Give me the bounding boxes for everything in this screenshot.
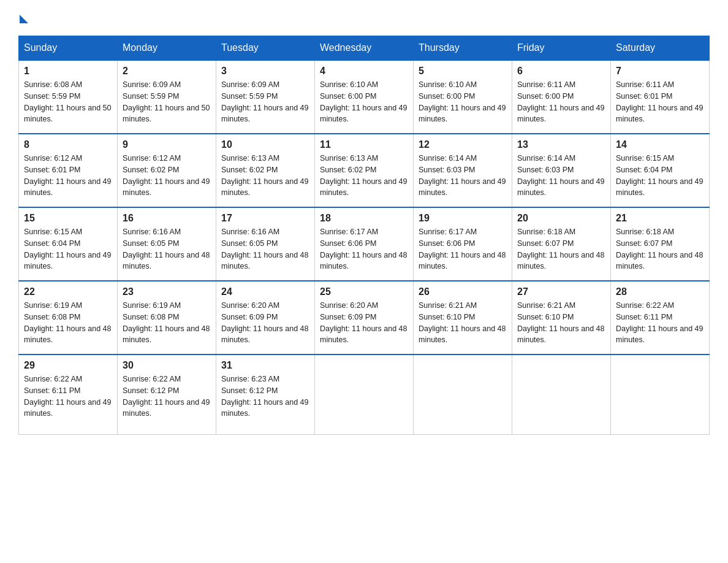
calendar-cell: 2 Sunrise: 6:09 AM Sunset: 5:59 PM Dayli… (118, 60, 216, 134)
day-number: 1 (24, 66, 112, 77)
weekday-header-monday: Monday (118, 36, 216, 61)
calendar-cell: 30 Sunrise: 6:22 AM Sunset: 6:12 PM Dayl… (118, 354, 216, 434)
day-info: Sunrise: 6:12 AM Sunset: 6:02 PM Dayligh… (123, 153, 211, 199)
day-number: 16 (123, 213, 211, 224)
calendar-cell: 23 Sunrise: 6:19 AM Sunset: 6:08 PM Dayl… (118, 281, 216, 354)
day-number: 20 (517, 213, 605, 224)
weekday-header-tuesday: Tuesday (216, 36, 315, 61)
day-number: 18 (320, 213, 408, 224)
calendar-cell: 18 Sunrise: 6:17 AM Sunset: 6:06 PM Dayl… (315, 207, 414, 281)
day-info: Sunrise: 6:21 AM Sunset: 6:10 PM Dayligh… (419, 300, 507, 346)
day-number: 8 (24, 139, 112, 150)
day-info: Sunrise: 6:15 AM Sunset: 6:04 PM Dayligh… (24, 226, 112, 272)
day-info: Sunrise: 6:12 AM Sunset: 6:01 PM Dayligh… (24, 153, 112, 199)
day-number: 29 (24, 360, 112, 371)
calendar-cell: 27 Sunrise: 6:21 AM Sunset: 6:10 PM Dayl… (512, 281, 611, 354)
calendar-cell: 3 Sunrise: 6:09 AM Sunset: 5:59 PM Dayli… (216, 60, 315, 134)
calendar-cell (611, 354, 710, 434)
day-info: Sunrise: 6:10 AM Sunset: 6:00 PM Dayligh… (320, 79, 408, 125)
day-info: Sunrise: 6:14 AM Sunset: 6:03 PM Dayligh… (517, 153, 605, 199)
day-number: 27 (517, 286, 605, 297)
logo (18, 12, 28, 23)
day-info: Sunrise: 6:22 AM Sunset: 6:11 PM Dayligh… (616, 300, 704, 346)
calendar-cell (512, 354, 611, 434)
calendar-cell: 1 Sunrise: 6:08 AM Sunset: 5:59 PM Dayli… (19, 60, 118, 134)
day-number: 11 (320, 139, 408, 150)
day-info: Sunrise: 6:13 AM Sunset: 6:02 PM Dayligh… (221, 153, 309, 199)
day-info: Sunrise: 6:19 AM Sunset: 6:08 PM Dayligh… (123, 300, 211, 346)
calendar-cell: 19 Sunrise: 6:17 AM Sunset: 6:06 PM Dayl… (414, 207, 512, 281)
calendar-cell (414, 354, 512, 434)
day-info: Sunrise: 6:11 AM Sunset: 6:01 PM Dayligh… (616, 79, 704, 125)
day-number: 22 (24, 286, 112, 297)
calendar-cell: 25 Sunrise: 6:20 AM Sunset: 6:09 PM Dayl… (315, 281, 414, 354)
day-info: Sunrise: 6:17 AM Sunset: 6:06 PM Dayligh… (419, 226, 507, 272)
weekday-header-wednesday: Wednesday (315, 36, 414, 61)
day-number: 25 (320, 286, 408, 297)
day-info: Sunrise: 6:21 AM Sunset: 6:10 PM Dayligh… (517, 300, 605, 346)
day-number: 24 (221, 286, 309, 297)
day-info: Sunrise: 6:09 AM Sunset: 5:59 PM Dayligh… (221, 79, 309, 125)
calendar-cell: 26 Sunrise: 6:21 AM Sunset: 6:10 PM Dayl… (414, 281, 512, 354)
day-info: Sunrise: 6:11 AM Sunset: 6:00 PM Dayligh… (517, 79, 605, 125)
day-number: 17 (221, 213, 309, 224)
day-number: 21 (616, 213, 704, 224)
calendar-cell: 9 Sunrise: 6:12 AM Sunset: 6:02 PM Dayli… (118, 134, 216, 207)
day-info: Sunrise: 6:20 AM Sunset: 6:09 PM Dayligh… (221, 300, 309, 346)
calendar-cell: 24 Sunrise: 6:20 AM Sunset: 6:09 PM Dayl… (216, 281, 315, 354)
calendar-cell: 12 Sunrise: 6:14 AM Sunset: 6:03 PM Dayl… (414, 134, 512, 207)
weekday-header-sunday: Sunday (19, 36, 118, 61)
calendar-cell: 10 Sunrise: 6:13 AM Sunset: 6:02 PM Dayl… (216, 134, 315, 207)
day-info: Sunrise: 6:17 AM Sunset: 6:06 PM Dayligh… (320, 226, 408, 272)
day-number: 12 (419, 139, 507, 150)
day-number: 23 (123, 286, 211, 297)
day-info: Sunrise: 6:18 AM Sunset: 6:07 PM Dayligh… (616, 226, 704, 272)
calendar-cell: 31 Sunrise: 6:23 AM Sunset: 6:12 PM Dayl… (216, 354, 315, 434)
day-number: 4 (320, 66, 408, 77)
day-info: Sunrise: 6:10 AM Sunset: 6:00 PM Dayligh… (419, 79, 507, 125)
day-number: 13 (517, 139, 605, 150)
weekday-header-friday: Friday (512, 36, 611, 61)
calendar-cell: 17 Sunrise: 6:16 AM Sunset: 6:05 PM Dayl… (216, 207, 315, 281)
logo-arrow-icon (20, 15, 28, 23)
day-number: 26 (419, 286, 507, 297)
day-number: 30 (123, 360, 211, 371)
calendar-cell: 29 Sunrise: 6:22 AM Sunset: 6:11 PM Dayl… (19, 354, 118, 434)
calendar-cell: 22 Sunrise: 6:19 AM Sunset: 6:08 PM Dayl… (19, 281, 118, 354)
day-info: Sunrise: 6:15 AM Sunset: 6:04 PM Dayligh… (616, 153, 704, 199)
day-number: 2 (123, 66, 211, 77)
day-info: Sunrise: 6:14 AM Sunset: 6:03 PM Dayligh… (419, 153, 507, 199)
day-info: Sunrise: 6:18 AM Sunset: 6:07 PM Dayligh… (517, 226, 605, 272)
day-number: 3 (221, 66, 309, 77)
calendar-cell: 15 Sunrise: 6:15 AM Sunset: 6:04 PM Dayl… (19, 207, 118, 281)
day-number: 6 (517, 66, 605, 77)
day-info: Sunrise: 6:16 AM Sunset: 6:05 PM Dayligh… (123, 226, 211, 272)
calendar-cell: 6 Sunrise: 6:11 AM Sunset: 6:00 PM Dayli… (512, 60, 611, 134)
day-number: 28 (616, 286, 704, 297)
calendar-cell: 7 Sunrise: 6:11 AM Sunset: 6:01 PM Dayli… (611, 60, 710, 134)
day-number: 9 (123, 139, 211, 150)
day-info: Sunrise: 6:16 AM Sunset: 6:05 PM Dayligh… (221, 226, 309, 272)
calendar-cell (315, 354, 414, 434)
day-info: Sunrise: 6:20 AM Sunset: 6:09 PM Dayligh… (320, 300, 408, 346)
day-info: Sunrise: 6:22 AM Sunset: 6:11 PM Dayligh… (24, 373, 112, 419)
calendar-table: SundayMondayTuesdayWednesdayThursdayFrid… (18, 36, 710, 435)
day-number: 31 (221, 360, 309, 371)
day-number: 5 (419, 66, 507, 77)
day-number: 10 (221, 139, 309, 150)
day-info: Sunrise: 6:09 AM Sunset: 5:59 PM Dayligh… (123, 79, 211, 125)
calendar-cell: 14 Sunrise: 6:15 AM Sunset: 6:04 PM Dayl… (611, 134, 710, 207)
weekday-header-saturday: Saturday (611, 36, 710, 61)
day-info: Sunrise: 6:22 AM Sunset: 6:12 PM Dayligh… (123, 373, 211, 419)
weekday-header-thursday: Thursday (414, 36, 512, 61)
calendar-cell: 8 Sunrise: 6:12 AM Sunset: 6:01 PM Dayli… (19, 134, 118, 207)
day-number: 7 (616, 66, 704, 77)
calendar-cell: 4 Sunrise: 6:10 AM Sunset: 6:00 PM Dayli… (315, 60, 414, 134)
day-number: 19 (419, 213, 507, 224)
page-header (18, 12, 710, 23)
day-info: Sunrise: 6:13 AM Sunset: 6:02 PM Dayligh… (320, 153, 408, 199)
calendar-cell: 21 Sunrise: 6:18 AM Sunset: 6:07 PM Dayl… (611, 207, 710, 281)
calendar-cell: 20 Sunrise: 6:18 AM Sunset: 6:07 PM Dayl… (512, 207, 611, 281)
calendar-cell: 13 Sunrise: 6:14 AM Sunset: 6:03 PM Dayl… (512, 134, 611, 207)
day-info: Sunrise: 6:19 AM Sunset: 6:08 PM Dayligh… (24, 300, 112, 346)
